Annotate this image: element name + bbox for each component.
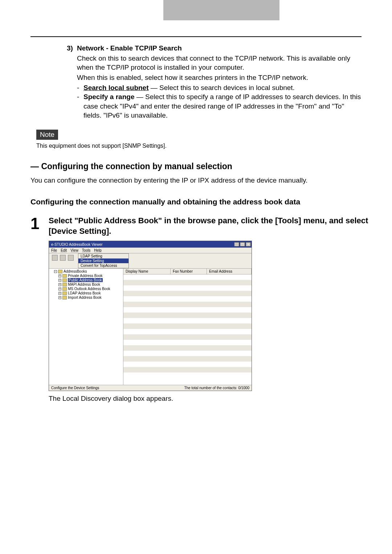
tree-item[interactable]: +Import Address Book bbox=[58, 296, 122, 300]
menu-tools[interactable]: Tools bbox=[82, 248, 90, 252]
tree-item-label: Import Address Book bbox=[68, 296, 102, 300]
list-rows bbox=[123, 274, 252, 385]
tree-item[interactable]: +Public Address Book bbox=[58, 278, 122, 282]
menu-edit[interactable]: Edit bbox=[61, 248, 67, 252]
tree-item[interactable]: +Private Address Book bbox=[58, 274, 122, 278]
bullet-1-term: Search local subnet bbox=[83, 84, 149, 91]
expand-icon[interactable]: + bbox=[58, 292, 61, 295]
tree-item-label: MAPI Address Book bbox=[68, 282, 100, 286]
tree-item[interactable]: +LDAP Address Book bbox=[58, 291, 122, 296]
minimize-button[interactable]: _ bbox=[234, 242, 239, 247]
tree-root-label: AddressBooks bbox=[64, 269, 87, 273]
section-3-bullets: - Search local subnet — Select this to s… bbox=[77, 83, 362, 121]
tree-item-label: Public Address Book bbox=[68, 278, 103, 282]
subheading-manual-obtain: Configuring the connection manually and … bbox=[30, 197, 392, 206]
section-3-heading: 3)Network - Enable TCP/IP Search bbox=[67, 44, 362, 53]
section-3-body-1: Check on this to search devices that con… bbox=[77, 54, 362, 72]
toolbar-icon-2[interactable] bbox=[60, 255, 66, 261]
menu-file[interactable]: File bbox=[51, 248, 57, 252]
dropdown-convert-topaccess[interactable]: Convert for TopAccess bbox=[78, 263, 128, 268]
list-pane: Display Name Fax Number Email Address bbox=[123, 269, 252, 385]
list-header: Display Name Fax Number Email Address bbox=[123, 269, 252, 274]
toolbar-icon-1[interactable] bbox=[52, 255, 58, 261]
section-3-body-2: When this is enabled, select how it sear… bbox=[77, 73, 362, 82]
folder-icon bbox=[62, 296, 67, 300]
collapse-icon[interactable]: − bbox=[54, 270, 57, 273]
status-right: The total number of the contacts: 0/1000 bbox=[184, 386, 249, 390]
bullet-2-term: Specify a range bbox=[83, 93, 134, 101]
folder-icon bbox=[62, 278, 67, 282]
note-label: Note bbox=[36, 130, 58, 140]
menu-help[interactable]: Help bbox=[94, 248, 102, 252]
folder-icon bbox=[58, 270, 62, 273]
step-1-number: 1 bbox=[30, 216, 49, 232]
status-left: Configure the Device Settings bbox=[51, 386, 99, 390]
col-email-address[interactable]: Email Address bbox=[207, 269, 252, 274]
window-title: e-STUDIO AddressBook Viewer bbox=[51, 243, 103, 247]
window-titlebar: e-STUDIO AddressBook Viewer _ □ × bbox=[49, 241, 252, 248]
toolbar: LDAP Setting Device Setting Convert for … bbox=[49, 253, 252, 269]
section-3-title: Network - Enable TCP/IP Search bbox=[77, 44, 182, 52]
step-1: 1 Select "Public Address Book" in the br… bbox=[30, 216, 392, 236]
toolbar-icon-3[interactable] bbox=[68, 255, 74, 261]
folder-icon bbox=[62, 283, 67, 286]
intro-text: You can configure the connection by ente… bbox=[30, 176, 392, 184]
heading-manual-selection: — Configuring the connection by manual s… bbox=[30, 162, 392, 171]
bullet-dash: - bbox=[77, 92, 83, 120]
folder-icon bbox=[62, 274, 67, 278]
menu-view[interactable]: View bbox=[70, 248, 78, 252]
tree-item[interactable]: +MAPI Address Book bbox=[58, 282, 122, 287]
bullet-1-rest: — Select this to search devices in local… bbox=[149, 84, 295, 91]
dropdown-device-setting[interactable]: Device Setting bbox=[78, 258, 128, 263]
col-fax-number[interactable]: Fax Number bbox=[171, 269, 207, 274]
screenshot-container: e-STUDIO AddressBook Viewer _ □ × File E… bbox=[49, 241, 392, 391]
tree-item-label: LDAP Address Book bbox=[68, 291, 101, 295]
expand-icon[interactable]: + bbox=[58, 274, 61, 277]
addressbook-viewer-window: e-STUDIO AddressBook Viewer _ □ × File E… bbox=[49, 241, 252, 391]
col-display-name[interactable]: Display Name bbox=[123, 269, 171, 274]
menubar: File Edit View Tools Help bbox=[49, 248, 252, 253]
dropdown-ldap-setting[interactable]: LDAP Setting bbox=[78, 254, 128, 258]
tree-pane: − AddressBooks +Private Address Book+Pub… bbox=[49, 269, 123, 385]
top-rule bbox=[30, 36, 362, 37]
expand-icon[interactable]: + bbox=[58, 288, 61, 290]
tools-dropdown: LDAP Setting Device Setting Convert for … bbox=[78, 253, 129, 268]
folder-icon bbox=[62, 287, 67, 291]
section-3-number: 3) bbox=[67, 44, 77, 53]
expand-icon[interactable]: + bbox=[58, 283, 61, 286]
bullet-2: - Specify a range — Select this to speci… bbox=[77, 92, 362, 120]
status-bar: Configure the Device Settings The total … bbox=[49, 385, 252, 391]
folder-icon bbox=[62, 292, 67, 295]
maximize-button[interactable]: □ bbox=[240, 242, 245, 247]
tree-root[interactable]: − AddressBooks bbox=[54, 269, 122, 274]
step-1-text: Select "Public Address Book" in the brow… bbox=[49, 216, 392, 236]
expand-icon[interactable]: + bbox=[58, 296, 61, 299]
tree-item[interactable]: +MS Outlook Address Book bbox=[58, 287, 122, 291]
bullet-dash: - bbox=[77, 83, 83, 93]
header-gray-block bbox=[163, 0, 279, 20]
tree-item-label: Private Address Book bbox=[68, 274, 103, 278]
expand-icon[interactable]: + bbox=[58, 279, 61, 282]
tree-item-label: MS Outlook Address Book bbox=[68, 287, 110, 291]
bullet-1: - Search local subnet — Select this to s… bbox=[77, 83, 362, 93]
step-1-caption: The Local Discovery dialog box appears. bbox=[49, 395, 392, 403]
note-text: This equipment does not support [SNMP Se… bbox=[36, 143, 392, 149]
close-button[interactable]: × bbox=[246, 242, 251, 247]
